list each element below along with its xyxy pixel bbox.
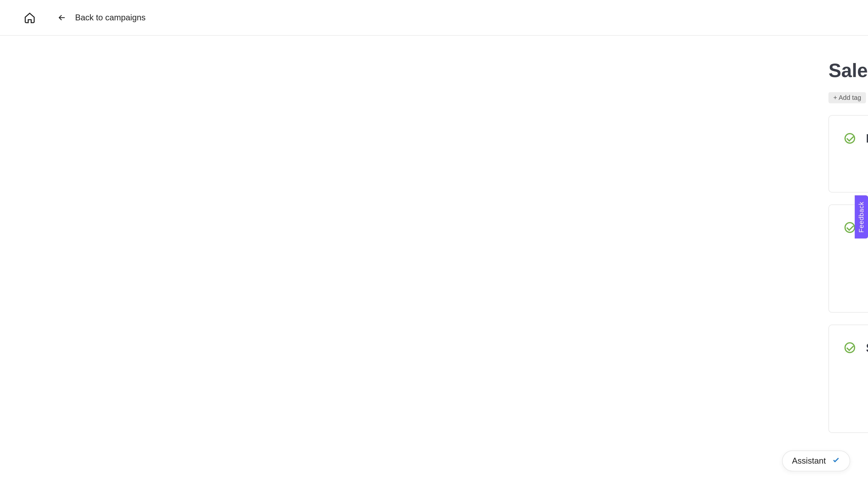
home-icon[interactable] (24, 12, 36, 24)
back-to-campaigns-link[interactable]: Back to campaigns (57, 13, 146, 22)
from-card: From Edit Sender name Frankie's Fashion … (829, 115, 868, 193)
add-tag-button[interactable]: + Add tag (829, 92, 866, 103)
check-icon (844, 222, 855, 233)
arrow-left-icon (57, 13, 67, 22)
assistant-chip[interactable]: Assistant (782, 451, 850, 471)
subject-title: Subject (866, 341, 868, 355)
page-title: Sale Campaign (829, 60, 868, 82)
check-icon (844, 342, 855, 353)
from-title: From (866, 131, 868, 145)
assistant-label: Assistant (792, 456, 826, 466)
subject-card: Subject Edit Subject line Take 50% off y… (829, 325, 868, 433)
check-icon (832, 456, 840, 466)
topbar: Back to campaigns Preview & test Prepare… (0, 0, 868, 36)
feedback-tab[interactable]: Feedback (855, 195, 868, 238)
back-label: Back to campaigns (75, 13, 146, 22)
check-icon (844, 133, 855, 144)
